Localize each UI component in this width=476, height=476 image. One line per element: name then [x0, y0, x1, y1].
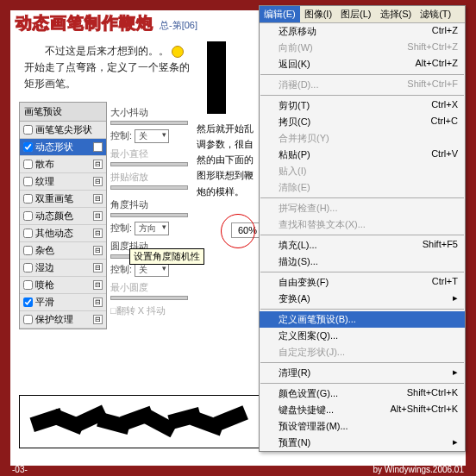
- menu-item: 拼写检查(H)...: [260, 200, 465, 216]
- panel-row[interactable]: 动态颜色⊟: [20, 208, 106, 225]
- menu-item[interactable]: 颜色设置(G)...Shift+Ctrl+K: [260, 385, 465, 402]
- desc-text: 然后就开始乱调参数，很自然的由下面的图形联想到鞭炮的模样。: [197, 121, 259, 199]
- panel-row[interactable]: 画笔笔尖形状: [20, 122, 106, 139]
- panel-row[interactable]: 纹理⊟: [20, 173, 106, 191]
- control-dropdown-2[interactable]: 方向: [135, 222, 169, 235]
- menu-item[interactable]: 还原移动Ctrl+Z: [260, 23, 465, 40]
- panel-row[interactable]: 散布⊟: [20, 156, 106, 173]
- menu-item: 合并拷贝(Y): [260, 130, 465, 147]
- menu-item: 向前(W)Shift+Ctrl+Z: [260, 40, 465, 56]
- menu-item[interactable]: 粘贴(P)Ctrl+V: [260, 147, 465, 163]
- menu-item[interactable]: 填充(L)...Shift+F5: [260, 237, 465, 254]
- panel-row[interactable]: 喷枪⊟: [20, 277, 106, 294]
- lock-icon: ⊟: [93, 211, 103, 221]
- menu-item[interactable]: 剪切(T)Ctrl+X: [260, 97, 465, 114]
- panel-row[interactable]: 其他动态⊟: [20, 225, 106, 242]
- panel-row[interactable]: 杂色⊟: [20, 242, 106, 260]
- brush-panel: 画笔预设 画笔笔尖形状动态形状⊟散布⊟纹理⊟双重画笔⊟动态颜色⊟其他动态⊟杂色⊟…: [19, 102, 107, 329]
- lock-icon: ⊟: [93, 160, 103, 169]
- edit-menu: 编辑(E)图像(I)图层(L)选择(S)滤镜(T) 还原移动Ctrl+Z向前(W…: [259, 5, 466, 452]
- brush-preview: [19, 395, 267, 448]
- menu-item[interactable]: 键盘快捷键...Alt+Shift+Ctrl+K: [260, 402, 465, 418]
- menu-item: 消褪(D)...Shift+Ctrl+F: [260, 77, 465, 93]
- lock-icon: ⊟: [93, 315, 103, 324]
- footer-right: by Windywings.2006.01: [373, 465, 464, 474]
- menu-item: 清除(E): [260, 179, 465, 196]
- menu-item[interactable]: 清理(R): [260, 365, 465, 381]
- menu-item[interactable]: 自由变换(F)Ctrl+T: [260, 274, 465, 291]
- slider-area: 大小抖动 控制: 关 最小直径 拼贴缩放 角度抖动 控制: 方向 圆度抖动 控制…: [110, 102, 188, 319]
- page-title: 动态画笔制作鞭炮: [16, 12, 153, 34]
- panel-row[interactable]: 保护纹理⊟: [20, 311, 106, 329]
- footer-left: -03-: [12, 465, 28, 474]
- smile-icon: [172, 46, 184, 58]
- lock-icon: ⊟: [93, 246, 103, 255]
- menubar-item[interactable]: 图层(L): [336, 6, 375, 22]
- menu-item[interactable]: 预设管理器(M)...: [260, 418, 465, 435]
- lock-icon: ⊟: [93, 263, 103, 272]
- panel-row[interactable]: 平滑⊟: [20, 294, 106, 311]
- panel-row[interactable]: 动态形状⊟: [20, 139, 106, 156]
- menubar-item[interactable]: 选择(S): [376, 6, 416, 22]
- menu-item[interactable]: 描边(S)...: [260, 254, 465, 270]
- highlight-circle: [221, 214, 255, 248]
- brush-sample: [207, 41, 226, 114]
- menu-item[interactable]: 定义图案(Q)...: [260, 328, 465, 344]
- subtitle: 总-第[06]: [160, 19, 197, 32]
- svg-rect-8: [213, 405, 248, 431]
- lock-icon: ⊟: [93, 229, 103, 238]
- lock-icon: ⊟: [93, 194, 103, 204]
- intro-text: 不过这是后来才想到的。。 开始走了点弯路，定义了一个竖条的矩形画笔。: [24, 43, 197, 93]
- menu-item[interactable]: 变换(A): [260, 291, 465, 307]
- menu-item: 查找和替换文本(X)...: [260, 216, 465, 233]
- tooltip: 设置角度随机性: [129, 248, 204, 265]
- menu-item[interactable]: 预置(N): [260, 435, 465, 451]
- lock-icon: ⊟: [93, 142, 103, 152]
- panel-tab[interactable]: 画笔预设: [20, 103, 106, 122]
- menu-item[interactable]: 返回(K)Alt+Ctrl+Z: [260, 56, 465, 72]
- control-dropdown[interactable]: 关: [135, 129, 169, 143]
- panel-row[interactable]: 双重画笔⊟: [20, 191, 106, 208]
- menu-item: 自定定形状(J)...: [260, 344, 465, 360]
- menubar-item[interactable]: 滤镜(T): [416, 6, 455, 22]
- menu-item: 贴入(I): [260, 163, 465, 179]
- lock-icon: ⊟: [93, 280, 103, 290]
- lock-icon: ⊟: [93, 177, 103, 186]
- panel-row[interactable]: 湿边⊟: [20, 260, 106, 277]
- menubar-item[interactable]: 图像(I): [300, 6, 336, 22]
- menu-item[interactable]: 定义画笔预设(B)...: [260, 311, 465, 328]
- menubar-item[interactable]: 编辑(E): [260, 6, 300, 22]
- menu-item[interactable]: 拷贝(C)Ctrl+C: [260, 114, 465, 130]
- lock-icon: ⊟: [93, 298, 103, 307]
